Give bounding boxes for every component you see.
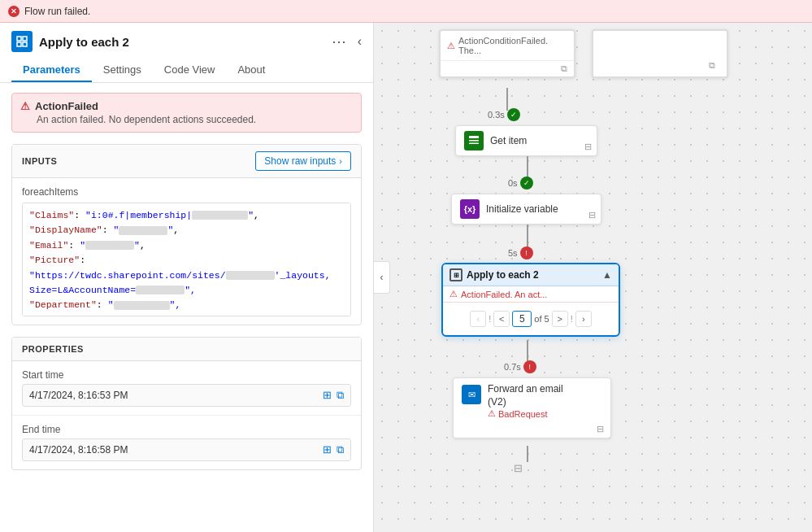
start-time-copy-icon[interactable]: ⧉ [337,389,344,402]
connector-line-2 [527,156,528,179]
connector-line-4 [527,340,528,363]
end-time-field: End time 4/17/2024, 8:16:58 PM ⊞ ⧉ [12,416,361,469]
svg-rect-0 [17,37,21,41]
tab-code-view[interactable]: Code View [153,59,227,82]
panel-collapse-button[interactable]: ‹ [358,34,362,49]
top-left-node-text: ActionConditionFailed. The... [458,36,567,55]
page-number-input[interactable] [512,311,532,327]
svg-rect-5 [469,140,479,142]
collapse-panel-button[interactable]: ‹ [374,261,390,294]
page-of-text: of 5 [534,314,549,324]
start-time-label: Start time [22,369,351,381]
get-item-icon [464,131,484,150]
action-failed-alert: ⚠ ActionFailed An action failed. No depe… [11,93,362,133]
page-exclaim-right: ! [571,314,573,324]
flow-canvas-panel: ‹ ⚠ ActionConditionFailed. The... ⧉ ⧉ [374,23,812,532]
fwd-status-icon: ! [523,360,536,373]
alert-triangle-icon: ⚠ [20,100,30,112]
flow-canvas: ⚠ ActionConditionFailed. The... ⧉ ⧉ 0.3s… [390,23,812,532]
get-item-node[interactable]: Get item ⊟ [455,125,597,156]
svg-rect-4 [469,136,479,138]
foreach-items-label: foreachItems [22,186,351,198]
tab-about[interactable]: About [226,59,276,82]
apply-to-each-node[interactable]: ⊞ Apply to each 2 ▲ ⚠ ActionFailed. An a… [441,263,620,337]
top-left-node[interactable]: ⚠ ActionConditionFailed. The... ⧉ [439,29,575,78]
end-time-value: 4/17/2024, 8:16:58 PM [29,444,128,456]
properties-section: PROPERTIES Start time 4/17/2024, 8:16:53… [11,337,362,470]
inputs-section-title: INPUTS [22,156,57,166]
get-item-timing: 0.3s ✓ [488,108,520,121]
tab-parameters[interactable]: Parameters [11,59,92,82]
panel-tabs: Parameters Settings Code View About [11,59,362,82]
fwd-timing-text: 0.7s [504,362,521,372]
forward-email-label: Forward an email (V2) [488,383,563,408]
start-time-field: Start time 4/17/2024, 8:16:53 PM ⊞ ⧉ [12,361,361,416]
page-exclaim-left: ! [489,314,491,324]
start-time-value: 4/17/2024, 8:16:53 PM [29,390,128,401]
end-time-copy-icon[interactable]: ⧉ [337,443,344,456]
forward-email-error: ⚠ BadRequest [488,408,563,419]
forward-email-icon: ✉ [462,385,481,404]
connector-line-5 [527,446,528,462]
get-item-label: Get item [490,135,527,146]
page-first-button[interactable]: ‹ [470,311,486,327]
svg-rect-6 [469,143,479,145]
alert-title-text: ActionFailed [35,100,98,112]
apply-node-label: Apply to each 2 [467,269,539,281]
end-time-calendar-icon[interactable]: ⊞ [323,443,332,456]
apply-node-collapse-icon[interactable]: ▲ [602,269,612,281]
init-variable-label: Initialize variable [486,203,558,215]
get-item-comment-icon: ⊟ [584,142,592,152]
alert-description: An action failed. No dependent actions s… [37,114,353,125]
chevron-right-icon: › [339,156,342,166]
left-panel: Apply to each 2 ⋯ ‹ Parameters Settings … [0,23,374,532]
svg-rect-2 [17,42,21,46]
init-variable-icon: {x} [460,199,480,219]
init-variable-comment-icon: ⊟ [588,210,596,220]
panel-title: Apply to each 2 [39,35,129,49]
inputs-section: INPUTS Show raw inputs › foreachItems "C… [11,144,362,325]
connector-line-1 [506,88,508,111]
warning-icon: ⚠ [447,41,455,51]
fwd-error-triangle-icon: ⚠ [488,408,496,419]
init-variable-node[interactable]: {x} Initialize variable ⊟ [451,194,601,225]
get-item-status-icon: ✓ [507,108,520,121]
properties-section-title: PROPERTIES [22,344,84,354]
pagination-row: ‹ ! < of 5 > ! › [449,307,612,330]
init-var-timing: 0s ✓ [508,177,533,190]
page-last-button[interactable]: › [575,311,592,327]
page-prev-button[interactable]: < [493,311,510,327]
error-banner: ✕ Flow run failed. [0,0,812,23]
right-node-link-icon: ⧉ [709,60,715,70]
forward-email-node[interactable]: ✉ Forward an email (V2) ⚠ BadRequest [453,377,611,438]
svg-rect-3 [23,42,27,46]
panel-body: ⚠ ActionFailed An action failed. No depe… [0,83,373,532]
kebab-menu-button[interactable]: ⋯ [332,33,346,50]
get-item-timing-text: 0.3s [488,110,505,120]
init-var-status-icon: ✓ [520,177,533,190]
apply-alert-triangle-icon: ⚠ [449,289,458,299]
banner-text: Flow run failed. [24,6,90,17]
apply-alert-text: ActionFailed. An act... [461,290,547,299]
tab-settings[interactable]: Settings [92,59,153,82]
error-icon: ✕ [8,6,20,17]
init-var-timing-text: 0s [508,178,518,188]
link-icon: ⧉ [561,63,567,73]
apply-node-status-icon: ! [520,246,533,259]
apply-node-timing: 5s ! [508,246,533,259]
top-right-node[interactable]: ⧉ [592,29,728,78]
show-raw-inputs-button[interactable]: Show raw inputs › [255,151,351,171]
fwd-comment-icon: ⊟ [597,424,604,434]
code-box: "Claims": "i:0#.f|membership| ", "Displa… [22,203,351,316]
start-time-calendar-icon[interactable]: ⊞ [323,389,332,402]
connector-line-3 [527,225,528,249]
bottom-link-icon: ⊟ [514,462,523,474]
panel-node-icon [11,31,33,52]
end-time-label: End time [22,424,351,435]
panel-header: Apply to each 2 ⋯ ‹ Parameters Settings … [0,23,373,83]
apply-node-icon: ⊞ [449,268,462,281]
apply-node-timing-text: 5s [508,248,518,258]
page-next-button[interactable]: > [552,311,568,327]
svg-rect-1 [23,37,27,41]
fwd-timing: 0.7s ! [504,360,536,373]
